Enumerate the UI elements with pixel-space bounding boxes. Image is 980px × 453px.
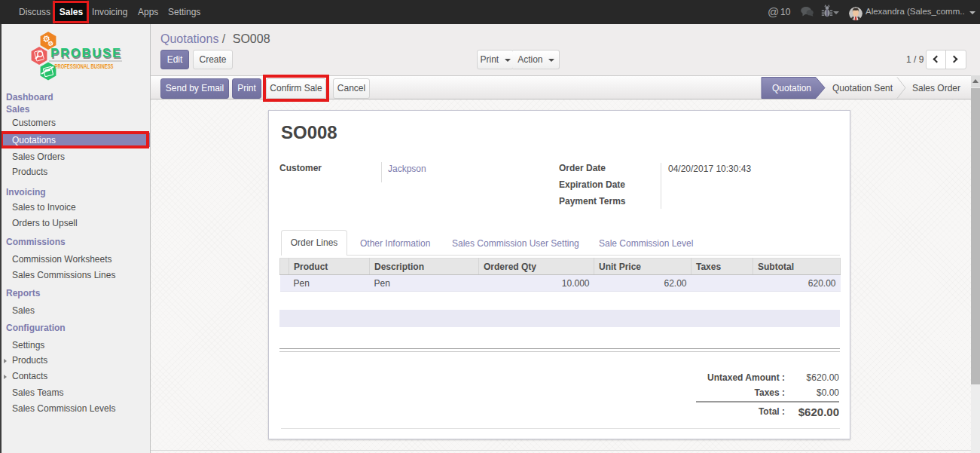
svg-text:PROFESSIONAL BUSINESS: PROFESSIONAL BUSINESS [55, 63, 114, 70]
svg-text:Sales Order: Sales Order [912, 83, 960, 93]
svg-text:PROBUSE: PROBUSE [50, 46, 121, 60]
svg-text:Quotation: Quotation [772, 83, 811, 93]
svg-text:Quotation Sent: Quotation Sent [832, 83, 893, 93]
